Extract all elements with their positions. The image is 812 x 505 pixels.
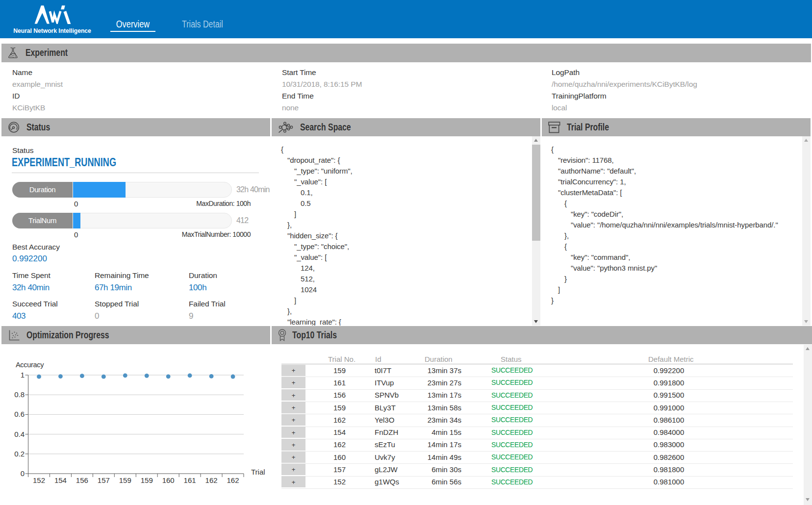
- svg-text:156: 156: [76, 476, 88, 484]
- svg-text:160: 160: [162, 476, 175, 484]
- svg-text:Trial: Trial: [251, 468, 265, 476]
- svg-text:152: 152: [33, 476, 45, 484]
- svg-text:162: 162: [227, 476, 239, 484]
- svg-text:159: 159: [141, 476, 153, 484]
- svg-text:157: 157: [98, 476, 110, 484]
- svg-text:0: 0: [21, 469, 25, 478]
- svg-text:162: 162: [205, 476, 218, 484]
- svg-text:159: 159: [119, 476, 131, 484]
- svg-text:Accuracy: Accuracy: [16, 361, 44, 369]
- svg-text:0.4: 0.4: [14, 430, 25, 438]
- svg-text:161: 161: [184, 476, 196, 484]
- svg-text:0.2: 0.2: [14, 450, 25, 458]
- svg-text:1: 1: [21, 371, 25, 379]
- svg-text:0.6: 0.6: [14, 410, 25, 418]
- svg-text:0.8: 0.8: [14, 390, 25, 399]
- svg-text:154: 154: [54, 476, 67, 484]
